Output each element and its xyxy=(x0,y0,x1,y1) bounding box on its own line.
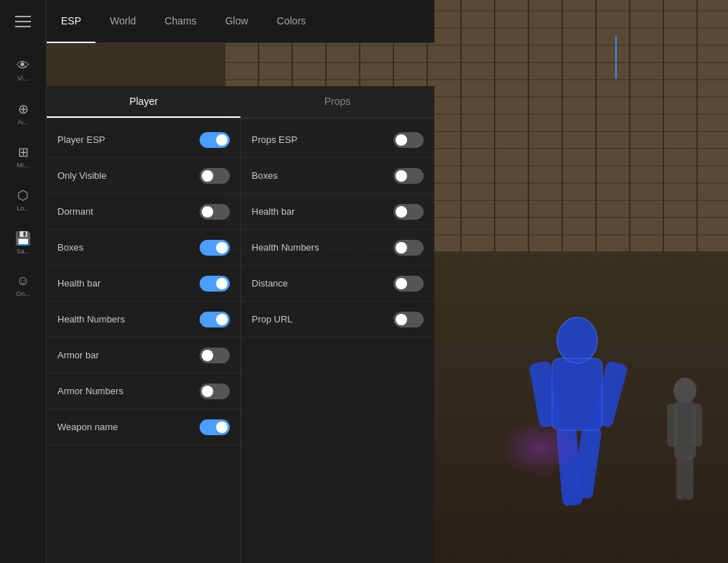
toggle-knob-boxes xyxy=(216,242,228,253)
sidebar: 👁 Vi... ⊕ Ai... ⊞ Mi... ⬡ Lo... 💾 Sa... … xyxy=(0,43,47,563)
ui-overlay: ESP World Chams Glow Colors 👁 Vi... ⊕ Ai… xyxy=(0,0,434,563)
toggle-knob-armor-bar xyxy=(202,350,213,361)
smiley-icon: ☺ xyxy=(17,274,29,289)
tab-glow[interactable]: Glow xyxy=(211,0,263,43)
toggle-knob-only-visible xyxy=(202,170,213,182)
toggle-armor-bar[interactable] xyxy=(200,348,230,363)
setting-props-distance: Distance xyxy=(241,266,435,302)
sidebar-item-aimbot[interactable]: ⊕ Ai... xyxy=(4,93,43,133)
sub-tabs: Player Props xyxy=(47,86,434,118)
setting-dormant: Dormant xyxy=(47,194,241,230)
tab-esp[interactable]: ESP xyxy=(47,0,95,43)
toggle-props-health-numbers[interactable] xyxy=(393,240,424,256)
toggle-props-health-bar[interactable] xyxy=(393,204,424,220)
setting-props-esp: Props ESP xyxy=(241,122,435,158)
sidebar-item-visuals[interactable]: 👁 Vi... xyxy=(4,50,43,90)
top-nav: ESP World Chams Glow Colors xyxy=(0,0,434,43)
loadout-icon: ⬡ xyxy=(17,187,29,203)
toggle-knob-dormant xyxy=(202,206,213,218)
toggle-health-numbers[interactable] xyxy=(200,312,230,327)
hamburger-button[interactable] xyxy=(0,0,47,43)
sidebar-item-loadout[interactable]: ⬡ Lo... xyxy=(4,180,43,219)
save-icon: 💾 xyxy=(15,231,31,246)
player-column: Player ESP Only Visible Dormant xyxy=(47,118,241,563)
settings-columns: Player ESP Only Visible Dormant xyxy=(47,118,434,563)
enemy-character xyxy=(663,376,706,506)
svg-rect-10 xyxy=(667,404,677,447)
setting-props-health-bar: Health bar xyxy=(241,194,435,230)
toggle-props-boxes[interactable] xyxy=(393,168,424,184)
toggle-player-esp[interactable] xyxy=(200,132,230,148)
svg-rect-11 xyxy=(692,404,702,447)
toggle-knob-props-url xyxy=(396,314,407,325)
aim-line xyxy=(615,36,617,79)
toggle-knob-weapon-name xyxy=(216,422,228,433)
hamburger-icon xyxy=(15,16,31,27)
tab-colors[interactable]: Colors xyxy=(263,0,320,43)
sidebar-item-save[interactable]: 💾 Sa... xyxy=(4,223,43,262)
aim-icon: ⊕ xyxy=(18,101,29,117)
toggle-knob-health-numbers xyxy=(216,314,228,325)
setting-health-bar: Health bar xyxy=(47,266,241,302)
toggle-only-visible[interactable] xyxy=(200,168,230,184)
sidebar-item-misc[interactable]: ⊞ Mi... xyxy=(4,136,43,176)
toggle-health-bar[interactable] xyxy=(200,276,230,292)
setting-props-url: Prop URL xyxy=(241,302,435,338)
svg-point-8 xyxy=(673,378,696,404)
setting-armor-numbers: Armor Numbers xyxy=(47,373,241,409)
toggle-knob-props-health-numbers xyxy=(396,242,407,253)
toggle-knob-player-esp xyxy=(216,134,228,146)
toggle-dormant[interactable] xyxy=(200,204,230,220)
toggle-knob-props-health-bar xyxy=(396,206,407,218)
setting-boxes: Boxes xyxy=(47,230,241,266)
misc-icon: ⊞ xyxy=(18,144,29,160)
tab-chams[interactable]: Chams xyxy=(150,0,210,43)
setting-props-health-numbers: Health Numbers xyxy=(241,230,435,266)
toggle-knob-health-bar xyxy=(216,278,228,289)
toggle-knob-props-boxes xyxy=(396,170,407,182)
toggle-props-esp[interactable] xyxy=(393,132,424,148)
setting-weapon-name: Weapon name xyxy=(47,409,241,445)
svg-rect-13 xyxy=(685,457,694,500)
sidebar-item-other[interactable]: ☺ On... xyxy=(4,266,43,305)
toggle-knob-props-distance xyxy=(396,278,407,289)
toggle-weapon-name[interactable] xyxy=(200,419,230,435)
setting-player-esp: Player ESP xyxy=(47,122,241,158)
toggle-knob-armor-numbers xyxy=(202,386,213,397)
tab-world[interactable]: World xyxy=(95,0,150,43)
setting-props-boxes: Boxes xyxy=(241,158,435,194)
toggle-boxes[interactable] xyxy=(200,240,230,256)
props-column: Props ESP Boxes Health bar xyxy=(241,118,435,563)
eye-icon: 👁 xyxy=(17,58,29,73)
subtab-player[interactable]: Player xyxy=(47,86,241,118)
smoke-effect xyxy=(498,419,584,477)
toggle-props-distance[interactable] xyxy=(393,276,424,292)
setting-health-numbers: Health Numbers xyxy=(47,302,241,338)
setting-armor-bar: Armor bar xyxy=(47,338,241,373)
nav-tabs: ESP World Chams Glow Colors xyxy=(47,0,434,43)
toggle-props-url[interactable] xyxy=(393,312,424,327)
toggle-armor-numbers[interactable] xyxy=(200,383,230,399)
main-content: Player Props Player ESP Only Visible xyxy=(47,86,434,563)
svg-rect-12 xyxy=(676,457,685,500)
setting-only-visible: Only Visible xyxy=(47,158,241,194)
subtab-props[interactable]: Props xyxy=(241,86,434,118)
toggle-knob-props-esp xyxy=(396,134,407,146)
